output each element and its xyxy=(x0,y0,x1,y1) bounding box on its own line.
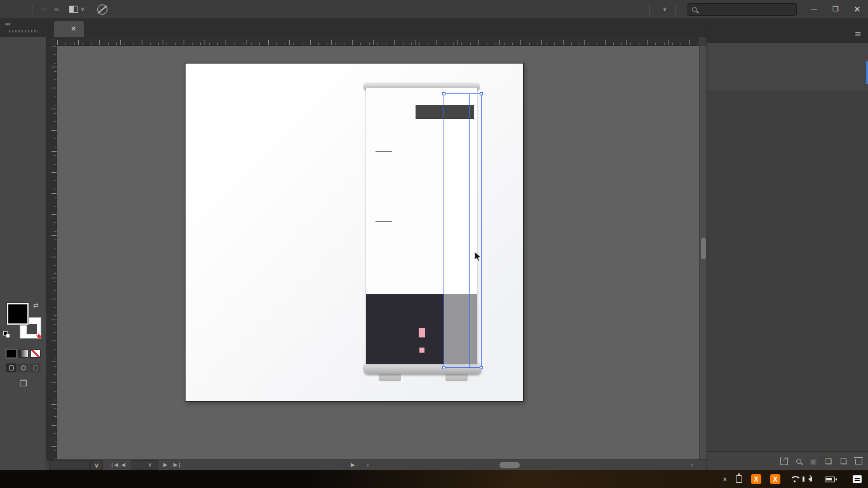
light-vertical-strip[interactable] xyxy=(444,88,477,364)
locate-object-icon[interactable] xyxy=(796,459,801,464)
share-icon[interactable] xyxy=(97,4,107,15)
arrange-documents-button[interactable]: ∨ xyxy=(69,6,85,13)
banner-foot[interactable] xyxy=(445,374,468,381)
draw-normal-button[interactable] xyxy=(6,363,17,372)
document-tab[interactable]: ✕ xyxy=(54,21,84,37)
clipping-mask-icon[interactable]: ▣ xyxy=(810,457,817,466)
divider-dash xyxy=(376,151,392,152)
delete-layer-icon[interactable] xyxy=(855,459,862,465)
color-mode-buttons xyxy=(0,349,46,358)
chevron-down-icon: ∨ xyxy=(663,6,667,12)
fill-color-swatch[interactable] xyxy=(7,303,29,325)
divider-dash xyxy=(376,221,392,222)
chevron-down-icon: ∨ xyxy=(81,6,85,12)
document-tab-bar: «« ✕ xyxy=(0,19,707,37)
scroll-right-icon[interactable]: › xyxy=(691,460,693,470)
last-artboard-button[interactable]: ▶❘ xyxy=(173,460,182,470)
panel-menu-icon[interactable]: ≡ xyxy=(855,29,862,39)
divider xyxy=(675,4,676,15)
collapse-panel-icon[interactable]: «« xyxy=(4,20,10,27)
status-flyout-icon[interactable]: ▶ xyxy=(351,460,355,470)
drawing-mode-buttons xyxy=(0,363,46,372)
swap-fill-stroke-icon[interactable]: ⇄ xyxy=(33,302,38,309)
panel-dock: ≡ ▣ ❏ ❏ xyxy=(707,19,868,470)
draw-inside-button[interactable] xyxy=(30,363,41,372)
gradient-button[interactable] xyxy=(18,349,29,358)
arrange-documents-icon xyxy=(69,6,78,13)
new-layer-icon[interactable]: ❏ xyxy=(840,457,847,466)
xampp-icon[interactable]: X xyxy=(770,474,780,484)
selected-path-edge xyxy=(469,93,470,368)
fill-stroke-control: ⇄ xyxy=(0,301,46,346)
restore-button[interactable]: ❐ xyxy=(825,0,846,19)
wifi-icon[interactable] xyxy=(789,476,799,483)
volume-icon[interactable] xyxy=(808,477,812,482)
canvas[interactable] xyxy=(57,46,699,459)
vertical-scrollbar[interactable] xyxy=(699,46,707,459)
search-icon xyxy=(692,7,697,12)
banner-footer-subtitle[interactable] xyxy=(366,327,477,338)
tools-grid xyxy=(0,37,46,39)
ruler-origin-corner[interactable] xyxy=(46,37,57,46)
yucoding-logo[interactable] xyxy=(416,105,474,120)
action-center-icon[interactable] xyxy=(853,475,862,483)
close-document-icon[interactable]: ✕ xyxy=(71,25,76,33)
artboard[interactable] xyxy=(185,63,524,402)
collect-for-export-icon[interactable] xyxy=(780,458,788,465)
first-artboard-button[interactable]: ❘◀ xyxy=(110,460,118,470)
search-input[interactable] xyxy=(700,6,798,13)
none-button[interactable] xyxy=(31,349,41,358)
logo-prefix xyxy=(443,111,447,112)
divider xyxy=(649,4,650,15)
horizontal-scroll-thumb[interactable] xyxy=(499,462,520,468)
close-button[interactable]: ✕ xyxy=(846,0,868,19)
toolbar-grip[interactable] xyxy=(9,30,38,32)
xampp-icon[interactable]: X xyxy=(751,474,761,484)
selection-handle[interactable] xyxy=(442,92,445,95)
next-artboard-button[interactable]: ▶ xyxy=(163,460,167,470)
previous-artboard-button[interactable]: ◀ xyxy=(121,460,125,470)
artboard-number-field[interactable] xyxy=(132,460,158,470)
status-bar: ∨ ❘◀ ◀ ∨ ▶ ▶❘ ▶ ‹ › xyxy=(46,459,707,470)
adobe-stock-search[interactable] xyxy=(688,3,797,16)
workspace-switcher[interactable]: ∨ xyxy=(655,6,670,12)
banner-foot[interactable] xyxy=(379,374,401,381)
usb-device-icon[interactable] xyxy=(736,475,742,483)
default-fill-stroke-icon[interactable] xyxy=(3,331,11,339)
horizontal-ruler[interactable] xyxy=(57,37,699,46)
panel-tabs xyxy=(707,19,868,43)
bridge-button[interactable] xyxy=(41,8,46,11)
selection-handle[interactable] xyxy=(442,366,445,369)
illustrator-window: ∨ ∨ — ❐ ✕ «« ✕ ⇄ xyxy=(0,0,868,488)
stock-button[interactable] xyxy=(54,8,59,11)
divider xyxy=(32,4,32,15)
tray-expand-icon[interactable]: ∧ xyxy=(722,476,727,482)
tools-panel: ⇄ ❐ xyxy=(0,37,46,470)
battery-icon[interactable] xyxy=(825,477,835,482)
mouse-cursor xyxy=(474,252,482,263)
vertical-ruler[interactable] xyxy=(46,46,57,459)
minimize-button[interactable]: — xyxy=(803,0,825,19)
rollup-banner-artwork[interactable] xyxy=(366,88,477,364)
selection-handle[interactable] xyxy=(480,92,483,95)
titlebar: ∨ ∨ — ❐ ✕ xyxy=(0,0,868,19)
layers-panel-footer: ▣ ❏ ❏ xyxy=(707,451,868,470)
selection-handle[interactable] xyxy=(480,366,483,369)
change-screen-mode-button[interactable]: ❐ xyxy=(0,379,46,388)
layers-empty-area xyxy=(707,90,868,451)
draw-behind-button[interactable] xyxy=(18,363,29,372)
color-button[interactable] xyxy=(6,349,17,358)
new-sublayer-icon[interactable]: ❏ xyxy=(825,457,832,466)
vertical-scroll-thumb[interactable] xyxy=(701,238,706,259)
zoom-level-field[interactable] xyxy=(49,460,90,470)
system-tray: ∧ X X xyxy=(722,474,868,484)
artboard-dropdown-icon[interactable]: ∨ xyxy=(148,460,152,470)
scroll-left-icon[interactable]: ‹ xyxy=(367,460,369,470)
zoom-dropdown-icon[interactable]: ∨ xyxy=(90,460,103,470)
windows-taskbar: ∧ X X xyxy=(0,470,868,488)
banner-footer-note[interactable] xyxy=(366,342,477,354)
